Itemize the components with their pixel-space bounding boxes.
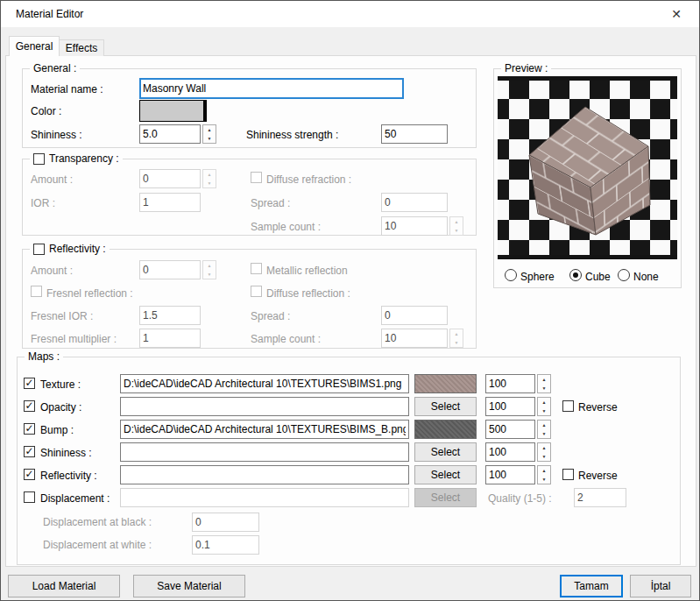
shininess-map-checkbox[interactable]: ✓ [24,446,35,457]
material-name-input[interactable] [139,78,404,99]
quality-input[interactable] [574,488,626,507]
texture-amount-spinner[interactable]: ▲▼ [537,374,551,393]
shininess-map-amount-input[interactable] [485,442,535,462]
spinner-up-icon[interactable]: ▲ [203,125,216,134]
reflectivity-sample-count-input[interactable] [381,329,448,348]
texture-map-checkbox[interactable]: ✓ [24,378,35,389]
reflectivity-map-amount-spinner[interactable]: ▲▼ [537,465,551,484]
reflectivity-spread-label: Spread : [251,310,290,322]
displacement-at-white-input[interactable] [192,535,259,555]
spinner-down-icon[interactable]: ▼ [538,475,550,484]
reflectivity-checkbox[interactable] [33,244,45,255]
bump-amount-input[interactable] [485,420,535,439]
spinner-up-icon[interactable]: ▲ [538,421,550,429]
shininess-strength-input[interactable] [381,124,448,144]
spinner-down-icon[interactable]: ▼ [538,452,550,461]
texture-path-input[interactable] [120,374,409,393]
spinner-up-icon[interactable]: ▲ [450,217,463,226]
bump-path-input[interactable] [120,420,409,439]
reflectivity-select-button[interactable]: Select [414,465,477,484]
fresnel-ior-input[interactable] [139,306,201,325]
opacity-select-button[interactable]: Select [414,397,477,416]
spinner-down-icon[interactable]: ▼ [203,134,216,143]
spinner-down-icon[interactable]: ▼ [450,338,463,347]
spinner-down-icon[interactable]: ▼ [538,407,550,415]
opacity-amount-spinner[interactable]: ▲▼ [537,397,551,416]
diffuse-reflection-checkbox[interactable] [251,286,262,297]
ior-input[interactable] [139,193,201,212]
none-radio[interactable] [618,269,630,281]
reflectivity-sample-count-spinner[interactable]: ▲▼ [449,329,463,348]
opacity-path-input[interactable] [120,397,409,416]
spinner-up-icon[interactable]: ▲ [538,443,550,452]
transparency-checkbox[interactable] [33,153,45,165]
diffuse-refraction-checkbox[interactable] [251,172,262,183]
cancel-button[interactable]: İptal [630,575,691,597]
transparency-sample-count-label: Sample count : [251,221,321,233]
texture-map-label: Texture : [40,378,81,391]
ok-button[interactable]: Tamam [560,575,623,597]
shininess-map-amount-spinner[interactable]: ▲▼ [537,442,551,462]
reflectivity-group-title: Reflectivity : [49,243,106,255]
check-icon: ✓ [25,469,33,479]
reflectivity-map-checkbox[interactable]: ✓ [24,469,35,480]
spinner-down-icon[interactable]: ▼ [538,429,550,438]
spinner-down-icon[interactable]: ▼ [450,226,463,235]
transparency-spread-input[interactable] [381,193,448,212]
material-name-label: Material name : [31,83,103,95]
spinner-down-icon[interactable]: ▼ [203,270,216,279]
spinner-up-icon[interactable]: ▲ [538,466,550,475]
transparency-amount-input[interactable] [139,169,201,188]
shininess-path-input[interactable] [120,442,409,462]
save-material-button[interactable]: Save Material [133,575,245,597]
close-icon[interactable]: ✕ [659,1,694,26]
fresnel-multiplier-label: Fresnel multiplier : [31,333,117,345]
tab-general[interactable]: General [9,36,60,56]
spinner-up-icon[interactable]: ▲ [450,329,463,338]
opacity-map-checkbox[interactable]: ✓ [24,400,35,412]
cube-radio[interactable] [569,269,582,281]
tab-effects[interactable]: Effects [60,39,104,56]
spinner-down-icon[interactable]: ▼ [203,179,216,187]
shininess-strength-label: Shininess strength : [246,129,338,141]
fresnel-multiplier-input[interactable] [139,329,201,348]
bump-preview-swatch[interactable] [414,420,477,439]
shininess-spinner[interactable]: ▲▼ [202,124,216,144]
texture-preview-swatch[interactable] [414,374,477,393]
reflectivity-spread-input[interactable] [381,306,448,325]
spinner-up-icon[interactable]: ▲ [538,375,550,384]
reflectivity-map-amount-input[interactable] [485,465,535,484]
spinner-up-icon[interactable]: ▲ [203,170,216,179]
spinner-up-icon[interactable]: ▲ [203,261,216,270]
transparency-amount-spinner[interactable]: ▲▼ [202,169,216,188]
texture-amount-input[interactable] [485,374,535,393]
reflectivity-reverse-checkbox[interactable] [562,469,574,480]
spinner-down-icon[interactable]: ▼ [538,384,550,392]
reflectivity-amount-input[interactable] [139,260,201,279]
sphere-radio[interactable] [505,269,517,281]
bump-map-checkbox[interactable]: ✓ [24,423,35,435]
reflectivity-path-input[interactable] [120,465,409,484]
shininess-select-button[interactable]: Select [414,442,477,462]
fresnel-reflection-checkbox[interactable] [31,286,42,297]
preview-group-title: Preview : [501,62,551,74]
shininess-input[interactable] [139,124,201,144]
spinner-up-icon[interactable]: ▲ [538,398,550,407]
color-swatch-button[interactable] [139,100,204,122]
displacement-map-checkbox[interactable] [24,491,35,503]
opacity-map-label: Opacity : [40,401,81,414]
displacement-path-input[interactable] [120,488,409,507]
load-material-button[interactable]: Load Material [8,575,120,597]
metallic-reflection-checkbox[interactable] [251,263,262,274]
ior-label: IOR : [31,197,55,209]
reflectivity-amount-label: Amount : [31,265,73,277]
displacement-at-black-input[interactable] [192,513,259,532]
opacity-reverse-checkbox[interactable] [562,400,574,412]
transparency-sample-count-input[interactable] [381,216,448,236]
bump-amount-spinner[interactable]: ▲▼ [537,420,551,439]
transparency-sample-count-spinner[interactable]: ▲▼ [449,216,463,236]
opacity-amount-input[interactable] [485,397,535,416]
check-icon: ✓ [25,378,33,388]
transparency-group-title: Transparency : [49,152,119,165]
reflectivity-amount-spinner[interactable]: ▲▼ [202,260,216,279]
